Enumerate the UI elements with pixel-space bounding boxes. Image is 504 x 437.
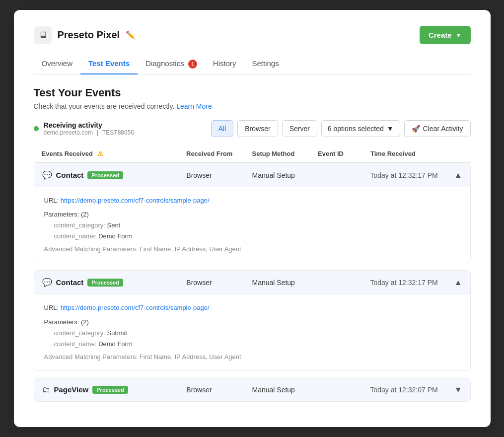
chevron-down-icon: ▼ [456, 32, 462, 39]
event-params-label-1: Parameters: (2) [44, 317, 460, 328]
clear-activity-button[interactable]: 🚀 Clear Activity [404, 120, 471, 137]
event-time-2: Today at 12:32:07 PM ▼ [370, 385, 462, 394]
status-badge-0: Processed [87, 171, 123, 179]
header-left: 🖥 Preseto Pixel ✏️ [34, 26, 136, 44]
event-time-1: Today at 12:32:17 PM ▲ [370, 278, 462, 287]
activity-bar: Receiving activity demo.preseto.com | TE… [34, 120, 471, 137]
event-name-cell-2: 🗂 PageView Processed [42, 385, 187, 394]
col-events-received: Events Received ⚠ [42, 150, 187, 157]
event-url-1: URL: https://demo.preseto.com/cf7-contro… [44, 302, 460, 313]
tab-history[interactable]: History [205, 54, 244, 74]
event-url-link-1[interactable]: https://demo.preseto.com/cf7-controls/sa… [61, 304, 210, 311]
event-row-0[interactable]: 💬 Contact Processed Browser Manual Setup… [34, 163, 470, 187]
page-subtitle: Check that your events are received corr… [34, 102, 471, 110]
status-badge-2: Processed [92, 386, 128, 394]
event-adv-match-0: Advanced Matching Parameters: First Name… [44, 244, 460, 255]
event-row-1[interactable]: 💬 Contact Processed Browser Manual Setup… [34, 271, 470, 294]
filter-server-button[interactable]: Server [282, 120, 317, 137]
tab-settings[interactable]: Settings [244, 54, 287, 74]
send-icon: 🚀 [412, 125, 420, 133]
status-badge-1: Processed [87, 279, 123, 287]
pageview-icon: 🗂 [42, 385, 50, 394]
activity-name: Receiving activity [44, 121, 135, 129]
param-row-0-1: content_name: Demo Form [54, 231, 460, 242]
tab-test-events[interactable]: Test Events [80, 54, 138, 74]
param-row-1-1: content_name: Demo Form [54, 339, 460, 350]
col-received-from: Received From [186, 150, 252, 157]
warning-icon: ⚠ [97, 150, 103, 157]
event-url-0: URL: https://demo.preseto.com/cf7-contro… [44, 195, 460, 206]
options-selector[interactable]: 6 options selected ▼ [321, 120, 400, 137]
event-setup-method-0: Manual Setup [252, 171, 318, 179]
page-title: Test Your Events [34, 86, 471, 99]
app-icon: 🖥 [34, 26, 52, 44]
event-adv-match-1: Advanced Matching Parameters: First Name… [44, 352, 460, 363]
status-dot [34, 126, 39, 131]
activity-meta: demo.preseto.com | TEST88656 [44, 129, 135, 136]
event-url-link-0[interactable]: https://demo.preseto.com/cf7-controls/sa… [61, 197, 210, 204]
edit-icon[interactable]: ✏️ [126, 30, 136, 40]
activity-left: Receiving activity demo.preseto.com | TE… [34, 121, 135, 136]
event-received-from-2: Browser [186, 386, 252, 394]
col-setup-method: Setup Method [252, 150, 318, 157]
event-name-cell-0: 💬 Contact Processed [42, 170, 187, 180]
filter-browser-button[interactable]: Browser [237, 120, 278, 137]
event-detail-1: URL: https://demo.preseto.com/cf7-contro… [34, 294, 470, 370]
create-button[interactable]: Create ▼ [420, 26, 471, 44]
event-name-cell-1: 💬 Contact Processed [42, 278, 187, 287]
event-group-0: 💬 Contact Processed Browser Manual Setup… [34, 163, 471, 263]
event-received-from-1: Browser [186, 279, 252, 287]
event-group-2: 🗂 PageView Processed Browser Manual Setu… [34, 378, 471, 402]
collapse-button-0[interactable]: ▲ [454, 171, 462, 180]
diagnostics-badge: 1 [188, 60, 197, 69]
collapse-button-1[interactable]: ▲ [454, 278, 462, 287]
activity-info: Receiving activity demo.preseto.com | TE… [44, 121, 135, 136]
event-params-list-0: content_category: Sent content_name: Dem… [54, 220, 460, 242]
tab-overview[interactable]: Overview [34, 54, 81, 74]
tabs-bar: Overview Test Events Diagnostics 1 Histo… [34, 54, 471, 74]
learn-more-link[interactable]: Learn More [176, 102, 212, 110]
filter-all-button[interactable]: All [211, 120, 234, 137]
event-setup-method-1: Manual Setup [252, 279, 318, 287]
col-time-received: Time Received [370, 150, 463, 157]
event-detail-0: URL: https://demo.preseto.com/cf7-contro… [34, 187, 470, 263]
tab-diagnostics[interactable]: Diagnostics 1 [138, 54, 205, 74]
expand-button-2[interactable]: ▼ [454, 385, 462, 394]
contact-icon-0: 💬 [42, 170, 52, 180]
table-header: Events Received ⚠ Received From Setup Me… [34, 145, 471, 163]
event-time-0: Today at 12:32:17 PM ▲ [370, 171, 462, 180]
chevron-down-icon: ▼ [387, 125, 394, 133]
event-params-list-1: content_category: Submit content_name: D… [54, 328, 460, 350]
activity-right: All Browser Server 6 options selected ▼ … [211, 120, 471, 137]
col-event-id: Event ID [318, 150, 370, 157]
event-name-0: Contact [56, 171, 84, 179]
event-name-1: Contact [56, 278, 84, 287]
event-setup-method-2: Manual Setup [252, 386, 318, 394]
event-group-1: 💬 Contact Processed Browser Manual Setup… [34, 270, 471, 370]
event-received-from-0: Browser [186, 171, 252, 179]
main-card: 🖥 Preseto Pixel ✏️ Create ▼ Overview Tes… [14, 10, 491, 427]
event-params-label-0: Parameters: (2) [44, 209, 460, 220]
param-row-1-0: content_category: Submit [54, 328, 460, 339]
event-row-2[interactable]: 🗂 PageView Processed Browser Manual Setu… [34, 378, 470, 401]
contact-icon-1: 💬 [42, 278, 52, 287]
header: 🖥 Preseto Pixel ✏️ Create ▼ [34, 26, 471, 44]
app-title: Preseto Pixel [58, 29, 120, 41]
param-row-0-0: content_category: Sent [54, 220, 460, 231]
event-name-2: PageView [54, 385, 89, 394]
